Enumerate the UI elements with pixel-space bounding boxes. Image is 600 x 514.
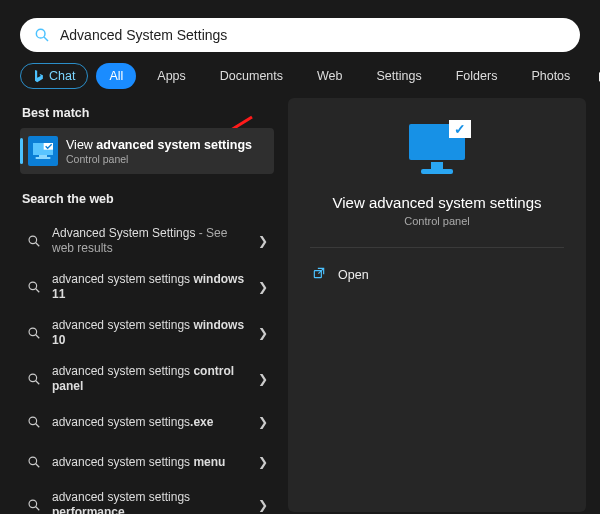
svg-rect-5	[36, 157, 51, 159]
open-icon	[312, 266, 326, 283]
preview-pane: ✓ View advanced system settings Control …	[288, 98, 586, 512]
search-icon	[26, 280, 42, 294]
svg-point-7	[29, 236, 37, 244]
web-result-label: advanced system settings windows 11	[52, 272, 248, 302]
filter-tabs: Chat All Apps Documents Web Settings Fol…	[20, 60, 580, 92]
search-icon	[26, 415, 42, 429]
results-column: Best match View advanced system settings…	[0, 98, 282, 514]
svg-point-17	[29, 457, 37, 465]
svg-rect-6	[44, 143, 53, 150]
best-match-heading: Best match	[22, 106, 274, 120]
search-icon	[26, 498, 42, 512]
tab-folders[interactable]: Folders	[443, 63, 511, 89]
svg-point-15	[29, 417, 37, 425]
search-icon	[26, 372, 42, 386]
web-result-item[interactable]: advanced system settings windows 10❯	[20, 310, 274, 356]
tab-chat[interactable]: Chat	[20, 63, 88, 89]
chevron-right-icon: ❯	[258, 498, 268, 512]
web-result-label: advanced system settings control panel	[52, 364, 248, 394]
web-result-label: advanced system settings windows 10	[52, 318, 248, 348]
svg-line-12	[36, 335, 40, 339]
web-result-item[interactable]: Advanced System Settings - See web resul…	[20, 218, 274, 264]
preview-title: View advanced system settings	[333, 194, 542, 211]
svg-point-0	[36, 29, 45, 38]
search-icon	[26, 455, 42, 469]
search-web-heading: Search the web	[22, 192, 274, 206]
main-area: Best match View advanced system settings…	[0, 98, 600, 514]
tab-documents[interactable]: Documents	[207, 63, 296, 89]
web-result-item[interactable]: advanced system settings windows 11❯	[20, 264, 274, 310]
search-bar[interactable]: Advanced System Settings	[20, 18, 580, 52]
chevron-right-icon: ❯	[258, 415, 268, 429]
svg-line-10	[36, 289, 40, 293]
tab-all[interactable]: All	[96, 63, 136, 89]
chevron-right-icon: ❯	[258, 234, 268, 248]
svg-line-8	[36, 243, 40, 247]
svg-line-18	[36, 464, 40, 468]
svg-line-16	[36, 424, 40, 428]
open-label: Open	[338, 268, 369, 282]
tab-photos[interactable]: Photos	[518, 63, 583, 89]
svg-line-20	[36, 507, 40, 511]
web-results-list: Advanced System Settings - See web resul…	[20, 218, 274, 514]
web-result-label: advanced system settings menu	[52, 455, 248, 470]
chevron-right-icon: ❯	[258, 280, 268, 294]
tab-web[interactable]: Web	[304, 63, 355, 89]
search-icon	[26, 234, 42, 248]
web-result-label: Advanced System Settings - See web resul…	[52, 226, 248, 256]
bing-icon	[33, 69, 44, 83]
control-panel-icon	[28, 136, 58, 166]
svg-line-14	[36, 381, 40, 385]
svg-line-1	[44, 37, 48, 41]
svg-point-19	[29, 500, 37, 508]
best-match-text: View advanced system settings Control pa…	[66, 138, 252, 165]
search-query-text: Advanced System Settings	[60, 27, 227, 43]
selection-indicator	[20, 138, 23, 164]
web-result-label: advanced system settings.exe	[52, 415, 248, 430]
web-result-item[interactable]: advanced system settings control panel❯	[20, 356, 274, 402]
web-result-item[interactable]: advanced system settings performance❯	[20, 482, 274, 514]
svg-rect-4	[39, 155, 47, 157]
svg-point-9	[29, 282, 37, 290]
chevron-right-icon: ❯	[258, 455, 268, 469]
search-icon	[26, 326, 42, 340]
web-result-item[interactable]: advanced system settings.exe❯	[20, 402, 274, 442]
preview-column: ✓ View advanced system settings Control …	[282, 98, 600, 514]
tab-settings[interactable]: Settings	[364, 63, 435, 89]
tab-chat-label: Chat	[49, 69, 75, 83]
divider	[310, 247, 564, 248]
web-result-item[interactable]: advanced system settings menu❯	[20, 442, 274, 482]
search-icon	[34, 27, 50, 43]
chevron-right-icon: ❯	[258, 372, 268, 386]
chevron-right-icon: ❯	[258, 326, 268, 340]
open-action[interactable]: Open	[310, 262, 564, 287]
best-match-result[interactable]: View advanced system settings Control pa…	[20, 128, 274, 174]
tab-apps[interactable]: Apps	[144, 63, 199, 89]
svg-point-13	[29, 374, 37, 382]
preview-subtitle: Control panel	[404, 215, 469, 227]
web-result-label: advanced system settings performance	[52, 490, 248, 514]
svg-point-11	[29, 328, 37, 336]
preview-icon: ✓	[409, 124, 465, 174]
